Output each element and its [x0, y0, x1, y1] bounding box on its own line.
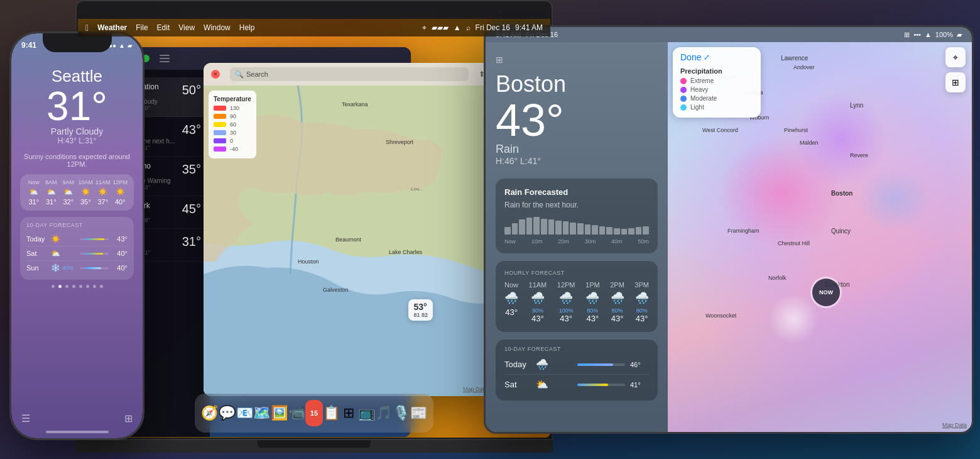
now-location-bubble: NOW: [812, 279, 840, 306]
location-button[interactable]: ⌖: [945, 47, 966, 67]
forecast-bar-bg: [80, 238, 109, 240]
location-temp: 43°: [182, 123, 201, 137]
iphone-hour-10am: 10AM ☀️ 35°: [77, 179, 95, 206]
location-temp: 35°: [182, 162, 201, 177]
list-icon[interactable]: ☰: [21, 412, 30, 424]
location-temp: 31°: [182, 235, 201, 249]
dock-calendar[interactable]: 15: [305, 400, 323, 426]
dock-notes[interactable]: 📋: [323, 400, 340, 426]
ipad-boston-panel: ⊞ Boston 43° Rain H:46° L:41° Rain Forec…: [486, 42, 668, 432]
forecast-bar-bg: [577, 363, 625, 366]
ipad-hourly-row: Now 🌧️ 43° 11AM 🌧️ 90% 43° 12PM: [504, 281, 649, 323]
menubar-right: ⌖ ▰▰▰ ▲ ⌕ Fri Dec 16 9:41 AM: [422, 23, 543, 32]
expand-icon[interactable]: ⤢: [704, 53, 710, 62]
menu-view[interactable]: View: [178, 23, 195, 32]
dock-messages[interactable]: 💬: [219, 400, 236, 426]
forecast-bar-bg: [80, 253, 109, 255]
sidebar-toggle-icon[interactable]: ⊞: [904, 31, 910, 39]
menu-edit[interactable]: Edit: [157, 23, 170, 32]
city-label-lakecharles: Lake Charles: [389, 249, 422, 255]
battery-icon: ▰: [128, 42, 133, 49]
dock-appletv[interactable]: 📺: [357, 400, 375, 426]
macbook-screen:  Weather File Edit View Window Help ⌖ ▰…: [78, 19, 550, 438]
iphone-hilo: H:43° L:31°: [20, 136, 134, 145]
dock-maps[interactable]: 🗺️: [253, 400, 271, 426]
menu-help[interactable]: Help: [239, 23, 255, 32]
map-label-norfolk: Norfolk: [768, 275, 787, 281]
iphone-forecast-sun: Sun ❄️ 40% 40°: [26, 261, 128, 275]
map-icon[interactable]: ⊞: [124, 412, 133, 424]
battery-icon: ▰▰▰: [432, 23, 449, 32]
precip-light: Light: [680, 104, 753, 111]
map-data-link[interactable]: Map Data: [942, 422, 967, 428]
forecast-bar: [85, 253, 103, 255]
iphone: 9:41 ●●● ▲ ▰ Seattle 31° Partly Cloudy H…: [9, 31, 144, 440]
page-dots: [20, 285, 134, 288]
iphone-hourly-row: Now ⛅ 31° 8AM ⛅ 31° 9AM ⛅ 32°: [25, 179, 129, 206]
menu-app[interactable]: Weather: [97, 23, 127, 32]
ipad-done-panel: Done ⤢ Precipitation Extreme Heavy Mo: [673, 47, 761, 118]
legend-item: -40: [214, 146, 251, 152]
legend-item: 90: [214, 113, 251, 119]
dock-mail[interactable]: 📧: [236, 400, 253, 426]
map-label-pinehurst: Pinehurst: [784, 127, 808, 133]
ipad-hour-2pm: 2PM 🌧️ 80% 43°: [610, 281, 624, 323]
dock-music[interactable]: 🎵: [375, 400, 393, 426]
precip-moderate: Moderate: [680, 95, 753, 102]
macbook-base: [75, 440, 553, 453]
macbook-notch-bottom: [258, 440, 371, 448]
city-label-shreveport: Shreveport: [386, 139, 413, 145]
iphone-hour-now: Now ⛅ 31°: [25, 179, 43, 206]
precipitation-label: Precipitation: [680, 67, 753, 75]
dock-facetime[interactable]: 📹: [288, 400, 305, 426]
menu-file[interactable]: File: [136, 23, 148, 32]
rain-title: Rain Forecasted: [504, 187, 649, 197]
legend-item: 0: [214, 138, 251, 144]
city-label-texarkana: Texarkana: [342, 101, 368, 108]
precip-heavy: Heavy: [680, 86, 753, 93]
sidebar-icon[interactable]: ⊞: [496, 55, 503, 65]
done-button[interactable]: Done: [680, 52, 701, 62]
ipad-hour-12pm: 12PM 🌧️ 100% 43°: [557, 281, 575, 323]
macbook-menubar:  Weather File Edit View Window Help ⌖ ▰…: [78, 19, 550, 36]
forecast-bar-bg: [80, 267, 109, 269]
map-search-bar[interactable]: 🔍 Search: [230, 67, 469, 81]
map-close-button[interactable]: ✕: [211, 70, 220, 79]
ipad-map-panel: Lawrence Lowell Andover Billerica Woburn…: [668, 42, 972, 432]
iphone-forecast-today: Today ☀️ 43°: [26, 232, 128, 246]
iphone-hour-8am: 8AM ⛅ 31°: [43, 179, 60, 206]
layers-button[interactable]: ⊞: [945, 72, 966, 92]
sidebar-toggle[interactable]: [160, 55, 170, 62]
search-icon[interactable]: ⌕: [466, 23, 471, 32]
map-label-lawrence: Lawrence: [781, 55, 808, 62]
search-icon: 🔍: [235, 70, 244, 79]
menubar-left:  Weather File Edit View Window Help: [85, 23, 254, 33]
mac-dock: 🧭 💬 📧 🗺️ 🖼️ 📹 15 📋 ⊞ 📺 🎵 🎙️ 📰: [195, 394, 433, 433]
temp-range: 81 82: [413, 312, 428, 318]
map-label-andover: Andover: [793, 64, 815, 70]
iphone-temperature: 31°: [20, 86, 134, 126]
page-dot: [65, 285, 68, 288]
dock-launchpad[interactable]: ⊞: [340, 400, 358, 426]
dock-news[interactable]: 📰: [410, 400, 427, 426]
forecast-bar-bg: [577, 384, 625, 386]
search-placeholder: Search: [246, 70, 268, 78]
dock-podcasts[interactable]: 🎙️: [393, 400, 410, 426]
legend-item: 30: [214, 130, 251, 136]
ipad-hour-3pm: 3PM 🌧️ 80% 43°: [634, 281, 649, 323]
iphone-frame: 9:41 ●●● ▲ ▰ Seattle 31° Partly Cloudy H…: [9, 31, 144, 440]
ipad-hour-11am: 11AM 🌧️ 90% 43°: [529, 281, 547, 323]
dock-finder[interactable]: 🧭: [201, 400, 219, 426]
ipad-hourly-card: HOURLY FORECAST Now 🌧️ 43° 11AM 🌧️ 90%: [496, 261, 658, 332]
macbook:  Weather File Edit View Window Help ⌖ ▰…: [75, 0, 553, 459]
iphone-condition-text: Sunny conditions expected around 12PM.: [20, 153, 134, 168]
map-titlebar: ✕ 🔍 Search ⬆: [204, 63, 493, 86]
iphone-forecast-label: 10-DAY FORECAST: [26, 222, 128, 228]
map-label-westconcord: West Concord: [702, 127, 738, 133]
battery-label: 100%: [935, 31, 953, 38]
iphone-home-bar[interactable]: [46, 431, 109, 433]
macbook-frame:  Weather File Edit View Window Help ⌖ ▰…: [75, 0, 553, 440]
dock-photos[interactable]: 🖼️: [271, 400, 288, 426]
ipad-status-right: ⊞ ••• ▲ 100% ▰: [904, 31, 962, 39]
menu-window[interactable]: Window: [204, 23, 231, 32]
